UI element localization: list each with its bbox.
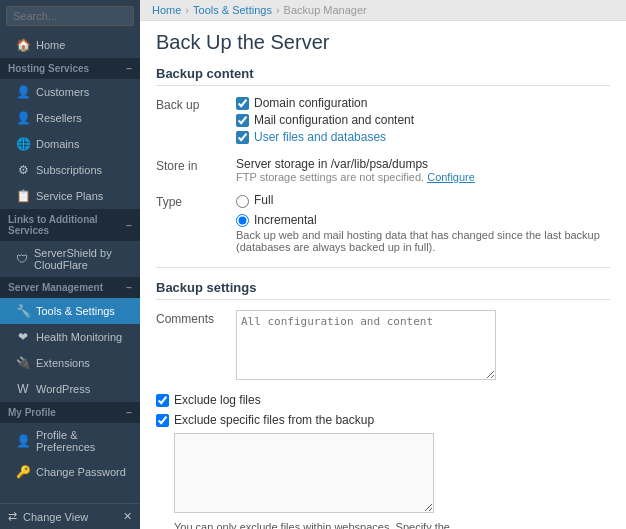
type-full-radio[interactable]: [236, 195, 249, 208]
comments-row: Comments: [156, 310, 610, 383]
store-in-label: Store in: [156, 157, 236, 173]
type-incremental-desc: Back up web and mail hosting data that h…: [236, 229, 610, 253]
mail-config-row: Mail configuration and content: [236, 113, 610, 127]
exclude-help-text: You can only exclude files within webspa…: [174, 520, 474, 529]
sidebar-item-wordpress[interactable]: W WordPress: [0, 376, 140, 402]
customers-icon: 👤: [16, 85, 30, 99]
exclude-log-checkbox[interactable]: [156, 394, 169, 407]
type-label: Type: [156, 193, 236, 209]
exclude-specific-label: Exclude specific files from the backup: [174, 413, 374, 427]
domain-config-label: Domain configuration: [254, 96, 367, 110]
exclude-log-label: Exclude log files: [174, 393, 261, 407]
configure-link[interactable]: Configure: [427, 171, 475, 183]
breadcrumb-home[interactable]: Home: [152, 4, 181, 16]
domain-config-row: Domain configuration: [236, 96, 610, 110]
sidebar-item-subscriptions[interactable]: ⚙ Subscriptions: [0, 157, 140, 183]
comments-textarea[interactable]: [236, 310, 496, 380]
search-input[interactable]: [6, 6, 134, 26]
exclude-files-container: You can only exclude files within webspa…: [174, 433, 610, 529]
servershield-icon: 🛡: [16, 252, 28, 266]
main-content: Home › Tools & Settings › Backup Manager…: [140, 0, 626, 529]
store-in-field: Server storage in /var/lib/psa/dumps FTP…: [236, 157, 610, 183]
sidebar-item-customers[interactable]: 👤 Customers: [0, 79, 140, 105]
section-my-profile: My Profile −: [0, 402, 140, 423]
section-links-additional: Links to Additional Services −: [0, 209, 140, 241]
comments-field: [236, 310, 610, 383]
section-server-management: Server Management −: [0, 277, 140, 298]
sidebar-item-extensions[interactable]: 🔌 Extensions: [0, 350, 140, 376]
breadcrumb-tools[interactable]: Tools & Settings: [193, 4, 272, 16]
store-in-row: Store in Server storage in /var/lib/psa/…: [156, 157, 610, 183]
sidebar-item-domains[interactable]: 🌐 Domains: [0, 131, 140, 157]
comments-label: Comments: [156, 310, 236, 326]
section-divider: [156, 267, 610, 268]
change-view-icon: ⇄: [8, 510, 17, 523]
change-password-icon: 🔑: [16, 465, 30, 479]
breadcrumb-current: Backup Manager: [284, 4, 367, 16]
backup-up-row: Back up Domain configuration Mail config…: [156, 96, 610, 147]
type-incremental-row: Incremental Back up web and mail hosting…: [236, 212, 610, 253]
section-hosting-services: Hosting Services −: [0, 58, 140, 79]
backup-settings-section-header: Backup settings: [156, 280, 610, 300]
type-full-label: Full: [254, 193, 273, 207]
sidebar-item-service-plans[interactable]: 📋 Service Plans: [0, 183, 140, 209]
breadcrumb: Home › Tools & Settings › Backup Manager: [140, 0, 626, 21]
profile-icon: 👤: [16, 434, 30, 448]
type-field: Full Incremental Back up web and mail ho…: [236, 193, 610, 257]
type-full-row: Full: [236, 193, 610, 208]
domains-icon: 🌐: [16, 137, 30, 151]
type-incremental-label: Incremental: [254, 213, 317, 227]
sidebar-search-container: [0, 0, 140, 32]
backup-up-label: Back up: [156, 96, 236, 112]
sidebar-item-home[interactable]: 🏠 Home: [0, 32, 140, 58]
page-title: Back Up the Server: [156, 31, 610, 54]
user-files-label: User files and databases: [254, 130, 386, 144]
resellers-icon: 👤: [16, 111, 30, 125]
type-row: Type Full Incremental Back up web and ma…: [156, 193, 610, 257]
sidebar-item-resellers[interactable]: 👤 Resellers: [0, 105, 140, 131]
exclude-files-textarea[interactable]: [174, 433, 434, 513]
mail-config-label: Mail configuration and content: [254, 113, 414, 127]
wordpress-icon: W: [16, 382, 30, 396]
extensions-icon: 🔌: [16, 356, 30, 370]
domain-config-checkbox[interactable]: [236, 97, 249, 110]
exclude-specific-checkbox[interactable]: [156, 414, 169, 427]
change-view-button[interactable]: ⇄ Change View ✕: [0, 503, 140, 529]
sidebar-item-tools-settings[interactable]: 🔧 Tools & Settings: [0, 298, 140, 324]
user-files-checkbox[interactable]: [236, 131, 249, 144]
sidebar-item-health-monitoring[interactable]: ❤ Health Monitoring: [0, 324, 140, 350]
store-note: FTP storage settings are not specified. …: [236, 171, 610, 183]
mail-config-checkbox[interactable]: [236, 114, 249, 127]
sidebar-home-label: Home: [36, 39, 65, 51]
exclude-specific-row: Exclude specific files from the backup: [156, 413, 610, 427]
subscriptions-icon: ⚙: [16, 163, 30, 177]
backup-up-field: Domain configuration Mail configuration …: [236, 96, 610, 147]
type-incremental-radio[interactable]: [236, 214, 249, 227]
service-plans-icon: 📋: [16, 189, 30, 203]
sidebar-item-change-password[interactable]: 🔑 Change Password: [0, 459, 140, 485]
health-monitoring-icon: ❤: [16, 330, 30, 344]
home-icon: 🏠: [16, 38, 30, 52]
user-files-row: User files and databases: [236, 130, 610, 144]
backup-content-section-header: Backup content: [156, 66, 610, 86]
tools-settings-icon: 🔧: [16, 304, 30, 318]
sidebar-item-profile[interactable]: 👤 Profile & Preferences: [0, 423, 140, 459]
sidebar: 🏠 Home Hosting Services − 👤 Customers 👤 …: [0, 0, 140, 529]
page-content: Back Up the Server Backup content Back u…: [140, 21, 626, 529]
sidebar-item-servershield[interactable]: 🛡 ServerShield by CloudFlare: [0, 241, 140, 277]
store-path: Server storage in /var/lib/psa/dumps: [236, 157, 610, 171]
exclude-log-row: Exclude log files: [156, 393, 610, 407]
